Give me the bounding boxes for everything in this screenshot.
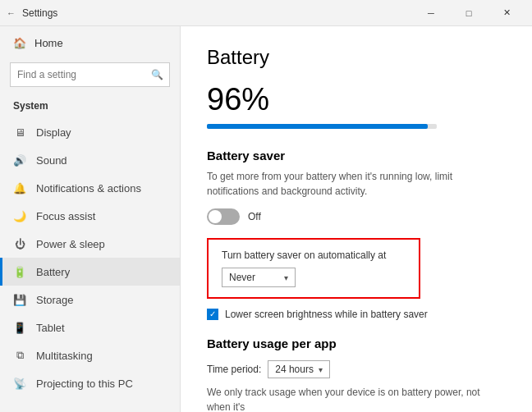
sidebar-item-label: Projecting to this PC — [36, 378, 133, 390]
main-layout: 🏠 Home 🔍 System 🖥 Display 🔊 Sound 🔔 Noti… — [0, 26, 532, 412]
sidebar: 🏠 Home 🔍 System 🖥 Display 🔊 Sound 🔔 Noti… — [0, 26, 181, 412]
page-title: Battery — [207, 46, 506, 69]
multitasking-icon: ⧉ — [13, 349, 26, 362]
battery-saver-toggle[interactable] — [207, 208, 240, 225]
time-period-row: Time period: 24 hours ▾ — [207, 360, 506, 378]
battery-saver-toggle-row: Off — [207, 208, 506, 225]
minimize-button[interactable]: ─ — [412, 0, 450, 26]
content-area: Battery 96% Battery saver To get more fr… — [181, 26, 532, 412]
sidebar-item-multitasking[interactable]: ⧉ Multitasking — [0, 341, 180, 369]
sidebar-item-focus[interactable]: 🌙 Focus assist — [0, 202, 180, 230]
sidebar-item-label: Multitasking — [36, 350, 93, 362]
close-button[interactable]: ✕ — [488, 0, 525, 26]
toggle-off-label: Off — [248, 211, 261, 222]
search-icon: 🔍 — [151, 69, 163, 80]
checkbox-check-icon: ✓ — [209, 310, 216, 318]
sidebar-item-power[interactable]: ⏻ Power & sleep — [0, 230, 180, 258]
sidebar-item-sound[interactable]: 🔊 Sound — [0, 146, 180, 174]
projecting-icon: 📡 — [13, 377, 26, 390]
notifications-icon: 🔔 — [13, 181, 26, 195]
title-bar: ← Settings ─ □ ✕ — [0, 0, 532, 26]
sidebar-item-notifications[interactable]: 🔔 Notifications & actions — [0, 174, 180, 202]
sidebar-item-display[interactable]: 🖥 Display — [0, 118, 180, 146]
sidebar-item-label: Display — [36, 126, 71, 139]
sound-icon: 🔊 — [13, 153, 26, 167]
battery-saver-desc: To get more from your battery when it's … — [207, 169, 506, 199]
sidebar-item-label: Sound — [36, 154, 67, 167]
title-bar-title: Settings — [22, 7, 57, 19]
time-period-dropdown[interactable]: 24 hours ▾ — [268, 360, 330, 378]
focus-icon: 🌙 — [13, 209, 26, 222]
brightness-checkbox-label: Lower screen brightness while in battery… — [225, 309, 428, 320]
battery-icon: 🔋 — [13, 265, 26, 278]
chevron-down-icon: ▾ — [284, 273, 288, 282]
sidebar-item-label: Storage — [36, 294, 74, 306]
usage-section-title: Battery usage per app — [207, 336, 506, 350]
usage-note: We only track usage when your device is … — [207, 385, 506, 412]
sidebar-item-label: Battery — [36, 266, 70, 278]
brightness-checkbox[interactable]: ✓ — [207, 309, 218, 320]
search-input[interactable] — [10, 62, 170, 87]
battery-saver-title: Battery saver — [207, 149, 506, 163]
battery-bar — [207, 124, 437, 129]
sidebar-item-storage[interactable]: 💾 Storage — [0, 286, 180, 314]
title-bar-controls: ─ □ ✕ — [412, 0, 525, 26]
never-dropdown[interactable]: Never ▾ — [222, 268, 296, 287]
auto-turn-on-label: Turn battery saver on automatically at — [222, 249, 406, 261]
sidebar-item-projecting[interactable]: 📡 Projecting to this PC — [0, 369, 180, 397]
sidebar-item-battery[interactable]: 🔋 Battery — [0, 258, 180, 286]
display-icon: 🖥 — [13, 126, 26, 139]
brightness-checkbox-row: ✓ Lower screen brightness while in batte… — [207, 309, 506, 320]
sidebar-section-label: System — [0, 97, 180, 118]
time-period-label: Time period: — [207, 364, 261, 375]
sidebar-item-label: Tablet — [36, 322, 65, 334]
sidebar-item-label: Power & sleep — [36, 238, 105, 250]
sidebar-item-tablet[interactable]: 📱 Tablet — [0, 314, 180, 341]
auto-turn-on-box: Turn battery saver on automatically at N… — [207, 238, 420, 299]
toggle-thumb — [209, 210, 222, 223]
chevron-down-icon: ▾ — [319, 365, 323, 374]
sidebar-home-item[interactable]: 🏠 Home — [0, 26, 180, 59]
sidebar-item-label: Notifications & actions — [36, 182, 141, 195]
sidebar-search: 🔍 — [10, 62, 170, 87]
battery-percentage: 96% — [207, 82, 506, 117]
home-icon: 🏠 — [13, 36, 26, 49]
dropdown-value: Never — [229, 272, 255, 283]
sidebar-item-label: Focus assist — [36, 210, 95, 222]
back-icon[interactable]: ← — [7, 8, 16, 18]
storage-icon: 💾 — [13, 293, 26, 306]
tablet-icon: 📱 — [13, 321, 26, 334]
power-icon: ⏻ — [13, 237, 26, 250]
dropdown-row: Never ▾ — [222, 268, 406, 287]
title-bar-left: ← Settings — [7, 7, 412, 19]
maximize-button[interactable]: □ — [450, 0, 488, 26]
battery-bar-fill — [207, 124, 428, 129]
sidebar-home-label: Home — [34, 37, 63, 49]
time-period-value: 24 hours — [275, 364, 314, 375]
